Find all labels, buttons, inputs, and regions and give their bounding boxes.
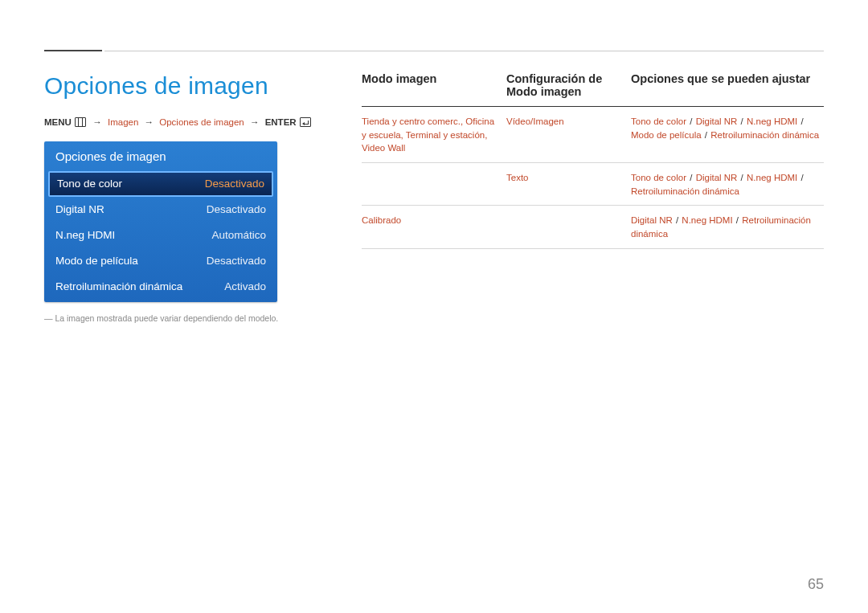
option-term: Tono de color bbox=[631, 173, 686, 182]
separator: / bbox=[687, 116, 695, 126]
osd-menu-item-value: Automático bbox=[211, 229, 266, 241]
osd-menu-item-label: Tono de color bbox=[57, 178, 122, 190]
table-header-row: Modo imagen Configuración de Modo imagen… bbox=[362, 72, 824, 107]
cell-opciones-ajustar: Tono de color / Digital NR / N.neg HDMI … bbox=[631, 171, 824, 198]
osd-menu-panel: Opciones de imagen Tono de colorDesactiv… bbox=[44, 141, 277, 302]
osd-menu-item[interactable]: Tono de colorDesactivado bbox=[48, 171, 273, 197]
osd-menu-item[interactable]: Digital NRDesactivado bbox=[44, 197, 277, 223]
top-rule bbox=[104, 51, 824, 51]
breadcrumb-imagen: Imagen bbox=[108, 117, 138, 127]
left-column: Opciones de imagen MENU → Imagen → Opcio… bbox=[44, 40, 317, 323]
option-term: Digital NR bbox=[696, 173, 738, 182]
separator: / bbox=[734, 215, 742, 225]
cell-config-modo: Vídeo/Imagen bbox=[506, 115, 623, 155]
osd-menu-item[interactable]: Modo de películaDesactivado bbox=[44, 248, 277, 274]
separator: / bbox=[738, 173, 746, 182]
arrow-icon: → bbox=[250, 117, 260, 127]
options-table: Modo imagen Configuración de Modo imagen… bbox=[362, 72, 824, 249]
osd-menu-item-value: Activado bbox=[224, 280, 266, 292]
right-column: Modo imagen Configuración de Modo imagen… bbox=[362, 40, 824, 323]
breadcrumb-opciones: Opciones de imagen bbox=[159, 117, 244, 127]
option-term: Retroiluminación dinámica bbox=[710, 130, 819, 140]
breadcrumb-menu: MENU bbox=[44, 117, 72, 127]
option-term: Retroiluminación dinámica bbox=[631, 186, 739, 196]
top-accent-bar bbox=[44, 50, 102, 51]
option-term: N.neg HDMI bbox=[747, 173, 797, 182]
option-term: Digital NR bbox=[696, 116, 738, 126]
breadcrumb-enter: ENTER bbox=[265, 117, 297, 127]
table-row: Tienda y centro comerc., Oficina y escue… bbox=[362, 107, 824, 163]
table-row: TextoTono de color / Digital NR / N.neg … bbox=[362, 163, 824, 206]
separator: / bbox=[674, 215, 682, 225]
cell-modo-imagen: Calibrado bbox=[362, 214, 498, 240]
separator: / bbox=[702, 130, 710, 140]
table-row: CalibradoDigital NR / N.neg HDMI / Retro… bbox=[362, 206, 824, 248]
page-title: Opciones de imagen bbox=[44, 72, 317, 100]
table-header-config-modo: Configuración de Modo imagen bbox=[506, 72, 623, 98]
separator: / bbox=[687, 173, 695, 182]
footnote-text: ― La imagen mostrada puede variar depend… bbox=[44, 313, 317, 323]
option-term: N.neg HDMI bbox=[682, 215, 732, 225]
cell-opciones-ajustar: Tono de color / Digital NR / N.neg HDMI … bbox=[631, 115, 824, 155]
option-term: N.neg HDMI bbox=[747, 116, 797, 126]
osd-menu-header: Opciones de imagen bbox=[44, 141, 277, 171]
cell-modo-imagen: Tienda y centro comerc., Oficina y escue… bbox=[362, 115, 498, 155]
osd-menu-item[interactable]: N.neg HDMIAutomático bbox=[44, 223, 277, 248]
page-content: Opciones de imagen MENU → Imagen → Opcio… bbox=[0, 0, 868, 347]
cell-opciones-ajustar: Digital NR / N.neg HDMI / Retroiluminaci… bbox=[631, 214, 824, 240]
page-number: 65 bbox=[808, 576, 824, 593]
menu-grid-icon bbox=[75, 117, 86, 127]
table-header-opciones-ajustar: Opciones que se pueden ajustar bbox=[631, 72, 824, 98]
option-term: Tono de color bbox=[631, 116, 686, 126]
separator: / bbox=[798, 173, 803, 182]
osd-menu-item-value: Desactivado bbox=[207, 203, 266, 215]
osd-menu-item-label: Digital NR bbox=[55, 203, 104, 215]
osd-menu-item-label: Retroiluminación dinámica bbox=[55, 280, 182, 292]
osd-menu-item-value: Desactivado bbox=[207, 255, 266, 267]
arrow-icon: → bbox=[92, 117, 102, 127]
cell-config-modo bbox=[506, 214, 623, 240]
cell-config-modo: Texto bbox=[506, 171, 623, 198]
separator: / bbox=[798, 116, 803, 126]
enter-icon bbox=[300, 117, 311, 127]
cell-modo-imagen bbox=[362, 171, 498, 198]
option-term: Digital NR bbox=[631, 215, 673, 225]
breadcrumb: MENU → Imagen → Opciones de imagen → ENT… bbox=[44, 117, 317, 127]
osd-menu-item-label: Modo de película bbox=[55, 255, 138, 267]
option-term: Modo de película bbox=[631, 130, 702, 140]
arrow-icon: → bbox=[145, 117, 154, 127]
osd-menu-item-label: N.neg HDMI bbox=[55, 229, 115, 241]
separator: / bbox=[738, 116, 746, 126]
osd-menu-item[interactable]: Retroiluminación dinámicaActivado bbox=[44, 274, 277, 302]
osd-menu-item-value: Desactivado bbox=[205, 178, 264, 190]
table-header-modo-imagen: Modo imagen bbox=[362, 72, 498, 98]
